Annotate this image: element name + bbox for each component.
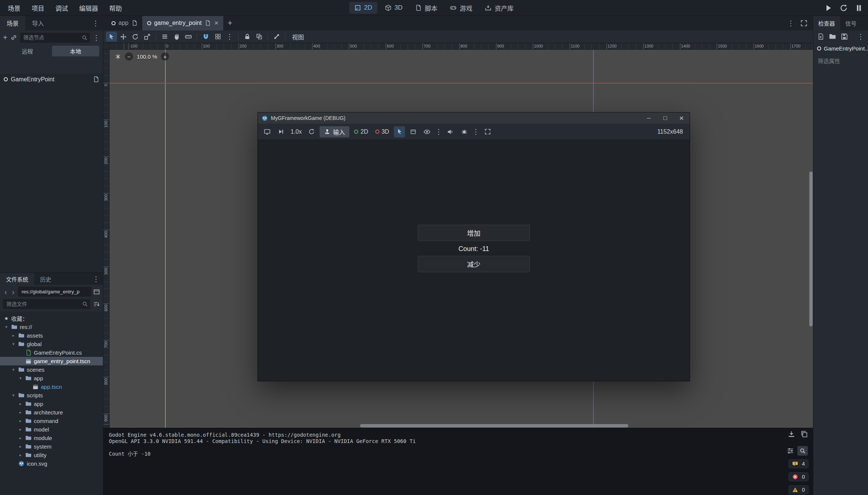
- input-mode-button[interactable]: 输入: [320, 126, 349, 137]
- vertical-ruler[interactable]: 0 100 200 300 400 500 600 700 800 900: [103, 50, 110, 428]
- zoom-out-button[interactable]: −: [125, 52, 133, 61]
- fs-item-module[interactable]: ▸ module: [0, 434, 103, 442]
- increase-button[interactable]: 增加: [418, 225, 530, 241]
- workspace-assetlib-button[interactable]: 资产库: [480, 2, 519, 14]
- smart-snap-button[interactable]: [200, 32, 211, 42]
- pan-tool-button[interactable]: [171, 32, 182, 42]
- property-filter[interactable]: 筛选属性: [813, 53, 868, 68]
- expand-arrow[interactable]: ▸: [18, 453, 23, 457]
- forward-icon[interactable]: ›: [10, 288, 16, 296]
- snap-options-button[interactable]: ⋮: [224, 32, 235, 42]
- gui-select-mode-button[interactable]: [408, 126, 419, 137]
- back-icon[interactable]: ‹: [3, 288, 9, 296]
- tab-scene-dock[interactable]: 场景: [0, 16, 25, 30]
- group-object-button[interactable]: [253, 32, 265, 42]
- file-filter-input[interactable]: [6, 301, 80, 307]
- menu-project[interactable]: 项目: [26, 0, 50, 16]
- instance-scene-button[interactable]: [10, 34, 17, 41]
- next-frame-button[interactable]: [275, 126, 286, 137]
- search-log-button[interactable]: [797, 446, 808, 456]
- sort-files-button[interactable]: [93, 301, 100, 307]
- decrease-button[interactable]: 减少: [418, 256, 530, 272]
- play-icon[interactable]: [825, 4, 832, 12]
- ruler-corner[interactable]: [103, 43, 110, 50]
- workspace-game-button[interactable]: 游戏: [445, 2, 477, 14]
- fs-item-command[interactable]: ▸ command: [0, 417, 103, 425]
- time-scale-label[interactable]: 1.0x: [289, 128, 303, 135]
- tab-signals[interactable]: 信号: [840, 16, 862, 30]
- view-menu-button[interactable]: 视图: [288, 32, 308, 41]
- filter-settings-icon[interactable]: [787, 447, 794, 455]
- workspace-script-button[interactable]: 脚本: [410, 2, 443, 14]
- node-filter-input[interactable]: [23, 34, 80, 41]
- menu-help[interactable]: 帮助: [104, 0, 127, 16]
- fs-item-game-entry-point-tscn[interactable]: game_entry_point.tscn: [0, 357, 103, 365]
- fs-item-model[interactable]: ▸ model: [0, 425, 103, 434]
- reset-time-scale-button[interactable]: [306, 126, 317, 137]
- grid-snap-button[interactable]: [212, 32, 223, 42]
- new-resource-icon[interactable]: [817, 33, 824, 40]
- expand-arrow[interactable]: ▾: [18, 376, 23, 381]
- expand-arrow[interactable]: ▸: [18, 401, 23, 406]
- file-tree[interactable]: ★ 收藏： ▾ res:// ▸ assets ▾ global Ga: [0, 312, 103, 495]
- fs-item-app-folder[interactable]: ▾ app: [0, 374, 103, 382]
- expand-arrow[interactable]: ▸: [18, 444, 23, 449]
- expand-arrow[interactable]: ▾: [11, 393, 16, 398]
- scene-dock-menu-icon[interactable]: ⋮: [93, 34, 100, 41]
- game-window-titlebar[interactable]: MyGFrameworkGame (DEBUG) ─ □ ×: [258, 113, 690, 124]
- scroll-to-end-icon[interactable]: [788, 430, 795, 438]
- lock-object-button[interactable]: [242, 32, 253, 42]
- restart-icon[interactable]: [840, 4, 848, 12]
- debug-options-button[interactable]: [459, 126, 470, 137]
- new-scene-tab-button[interactable]: +: [223, 16, 237, 30]
- expand-arrow[interactable]: ▸: [18, 419, 23, 423]
- dock-menu-icon[interactable]: ⋮: [92, 20, 103, 27]
- fs-item-global[interactable]: ▾ global: [0, 340, 103, 348]
- menu-scene[interactable]: 场景: [2, 0, 26, 16]
- zoom-level[interactable]: 100.0 %: [137, 53, 157, 60]
- pause-icon[interactable]: [855, 4, 863, 12]
- menu-editor[interactable]: 编辑器: [74, 0, 104, 16]
- zoom-in-button[interactable]: +: [161, 52, 169, 61]
- add-node-button[interactable]: +: [3, 33, 7, 42]
- workspace-3d-button[interactable]: 3D: [380, 2, 408, 14]
- copy-icon[interactable]: [800, 430, 808, 438]
- camera-3d-button[interactable]: 3D: [373, 128, 391, 135]
- node-select-mode-button[interactable]: [394, 126, 405, 137]
- tab-history[interactable]: 历史: [34, 273, 57, 285]
- expand-arrow[interactable]: ▾: [11, 342, 16, 346]
- selection-visibility-button[interactable]: [421, 126, 433, 137]
- filesystem-menu-icon[interactable]: ⋮: [93, 276, 103, 283]
- select-tool-button[interactable]: [106, 32, 117, 42]
- ruler-tool-button[interactable]: [183, 32, 194, 42]
- fs-item-system[interactable]: ▸ system: [0, 442, 103, 451]
- inspected-node[interactable]: GameEntryPoint...: [813, 43, 868, 53]
- expand-arrow[interactable]: ▸: [18, 436, 23, 440]
- rotate-tool-button[interactable]: [130, 32, 141, 42]
- save-resource-icon[interactable]: [841, 33, 848, 40]
- maximize-button[interactable]: □: [657, 113, 673, 124]
- list-select-button[interactable]: [159, 32, 170, 42]
- tab-inspector[interactable]: 检查器: [813, 16, 840, 30]
- messages-counter[interactable]: 4: [788, 459, 809, 468]
- fs-item-utility[interactable]: ▸ utility: [0, 451, 103, 459]
- horizontal-scrollbar[interactable]: [360, 424, 628, 427]
- expand-arrow[interactable]: ▾: [4, 325, 9, 329]
- game-viewport[interactable]: 增加 Count: -11 减少: [258, 140, 690, 381]
- view-gizmo-icon[interactable]: [115, 53, 121, 60]
- expand-arrow[interactable]: ▾: [11, 367, 16, 372]
- expand-arrow[interactable]: ▸: [18, 410, 23, 415]
- fs-item-res[interactable]: ▾ res://: [0, 323, 103, 331]
- fs-item-scripts[interactable]: ▾ scripts: [0, 391, 103, 400]
- remote-button[interactable]: 远程: [4, 46, 51, 56]
- select-options-menu-icon[interactable]: ⋮: [435, 128, 442, 135]
- fs-item-scenes[interactable]: ▾ scenes: [0, 365, 103, 374]
- tab-import-dock[interactable]: 导入: [25, 16, 51, 30]
- scene-tab-app[interactable]: app: [107, 16, 142, 30]
- tab-filesystem[interactable]: 文件系统: [0, 273, 34, 285]
- fs-item-scripts-app[interactable]: ▸ app: [0, 400, 103, 408]
- fs-item-assets[interactable]: ▸ assets: [0, 331, 103, 340]
- fs-item-architecture[interactable]: ▸ architecture: [0, 408, 103, 417]
- scale-tool-button[interactable]: [142, 32, 153, 42]
- scene-tabs-menu-icon[interactable]: ⋮: [787, 20, 794, 27]
